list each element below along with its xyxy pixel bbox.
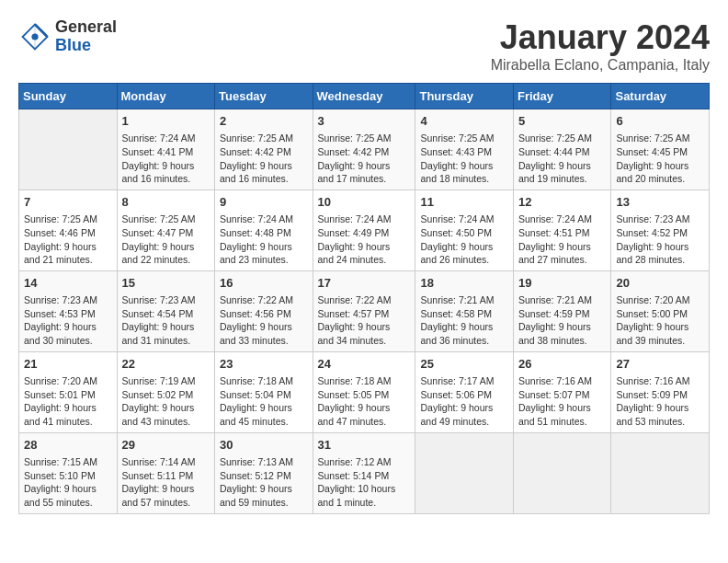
day-number: 29 bbox=[122, 437, 210, 454]
calendar-cell: 15Sunrise: 7:23 AM Sunset: 4:54 PM Dayli… bbox=[117, 270, 215, 351]
calendar-row: 28Sunrise: 7:15 AM Sunset: 5:10 PM Dayli… bbox=[19, 432, 710, 513]
day-number: 3 bbox=[318, 113, 411, 130]
header-tuesday: Tuesday bbox=[215, 84, 313, 109]
header-wednesday: Wednesday bbox=[313, 84, 415, 109]
day-number: 18 bbox=[420, 275, 508, 292]
calendar-cell bbox=[611, 432, 710, 513]
day-info: Sunrise: 7:25 AM Sunset: 4:43 PM Dayligh… bbox=[420, 132, 508, 186]
calendar-cell: 19Sunrise: 7:21 AM Sunset: 4:59 PM Dayli… bbox=[513, 270, 611, 351]
day-number: 31 bbox=[318, 437, 411, 454]
day-number: 8 bbox=[122, 194, 210, 211]
day-number: 30 bbox=[220, 437, 308, 454]
logo-text: General Blue bbox=[55, 18, 117, 55]
calendar-cell: 11Sunrise: 7:24 AM Sunset: 4:50 PM Dayli… bbox=[415, 190, 514, 270]
day-number: 20 bbox=[616, 275, 704, 292]
day-number: 15 bbox=[122, 275, 210, 292]
day-info: Sunrise: 7:25 AM Sunset: 4:42 PM Dayligh… bbox=[318, 132, 411, 186]
calendar-cell: 2Sunrise: 7:25 AM Sunset: 4:42 PM Daylig… bbox=[215, 109, 313, 190]
header-monday: Monday bbox=[117, 84, 215, 109]
day-number: 24 bbox=[318, 356, 411, 373]
day-info: Sunrise: 7:18 AM Sunset: 5:04 PM Dayligh… bbox=[220, 374, 308, 429]
calendar-cell: 18Sunrise: 7:21 AM Sunset: 4:58 PM Dayli… bbox=[415, 270, 514, 351]
day-info: Sunrise: 7:21 AM Sunset: 4:59 PM Dayligh… bbox=[518, 293, 607, 348]
day-info: Sunrise: 7:24 AM Sunset: 4:51 PM Dayligh… bbox=[518, 213, 607, 267]
day-info: Sunrise: 7:23 AM Sunset: 4:53 PM Dayligh… bbox=[24, 293, 112, 348]
day-number: 9 bbox=[220, 194, 308, 211]
header-saturday: Saturday bbox=[611, 84, 710, 109]
calendar-cell: 8Sunrise: 7:25 AM Sunset: 4:47 PM Daylig… bbox=[117, 190, 215, 270]
day-info: Sunrise: 7:19 AM Sunset: 5:02 PM Dayligh… bbox=[122, 374, 210, 429]
calendar-cell: 16Sunrise: 7:22 AM Sunset: 4:56 PM Dayli… bbox=[215, 270, 313, 351]
day-info: Sunrise: 7:22 AM Sunset: 4:56 PM Dayligh… bbox=[220, 293, 308, 348]
logo-icon bbox=[18, 20, 51, 53]
day-info: Sunrise: 7:25 AM Sunset: 4:44 PM Dayligh… bbox=[518, 132, 607, 186]
calendar-cell: 13Sunrise: 7:23 AM Sunset: 4:52 PM Dayli… bbox=[611, 190, 710, 270]
calendar-cell: 26Sunrise: 7:16 AM Sunset: 5:07 PM Dayli… bbox=[513, 351, 611, 432]
svg-point-0 bbox=[31, 33, 38, 40]
header-row: SundayMondayTuesdayWednesdayThursdayFrid… bbox=[19, 84, 710, 109]
day-number: 10 bbox=[318, 194, 411, 211]
calendar-cell: 17Sunrise: 7:22 AM Sunset: 4:57 PM Dayli… bbox=[313, 270, 415, 351]
day-info: Sunrise: 7:24 AM Sunset: 4:49 PM Dayligh… bbox=[318, 213, 411, 267]
day-number: 13 bbox=[616, 194, 704, 211]
calendar-cell: 12Sunrise: 7:24 AM Sunset: 4:51 PM Dayli… bbox=[513, 190, 611, 270]
day-info: Sunrise: 7:22 AM Sunset: 4:57 PM Dayligh… bbox=[318, 293, 411, 348]
day-info: Sunrise: 7:24 AM Sunset: 4:41 PM Dayligh… bbox=[122, 132, 210, 186]
day-number: 21 bbox=[24, 356, 112, 373]
logo-blue: Blue bbox=[55, 37, 117, 55]
day-info: Sunrise: 7:25 AM Sunset: 4:45 PM Dayligh… bbox=[616, 132, 704, 186]
calendar-cell: 4Sunrise: 7:25 AM Sunset: 4:43 PM Daylig… bbox=[415, 109, 514, 190]
month-title: January 2024 bbox=[491, 18, 710, 57]
day-info: Sunrise: 7:20 AM Sunset: 5:01 PM Dayligh… bbox=[24, 374, 112, 429]
day-info: Sunrise: 7:16 AM Sunset: 5:07 PM Dayligh… bbox=[518, 374, 607, 429]
calendar-cell: 22Sunrise: 7:19 AM Sunset: 5:02 PM Dayli… bbox=[117, 351, 215, 432]
calendar-cell: 20Sunrise: 7:20 AM Sunset: 5:00 PM Dayli… bbox=[611, 270, 710, 351]
page-header: General Blue January 2024 Mirabella Ecla… bbox=[18, 18, 710, 74]
day-info: Sunrise: 7:25 AM Sunset: 4:42 PM Dayligh… bbox=[220, 132, 308, 186]
day-number: 22 bbox=[122, 356, 210, 373]
calendar-cell bbox=[513, 432, 611, 513]
calendar-row: 14Sunrise: 7:23 AM Sunset: 4:53 PM Dayli… bbox=[19, 270, 710, 351]
day-info: Sunrise: 7:23 AM Sunset: 4:52 PM Dayligh… bbox=[616, 213, 704, 267]
logo-general: General bbox=[55, 18, 117, 37]
day-number: 5 bbox=[518, 113, 607, 130]
calendar-table: SundayMondayTuesdayWednesdayThursdayFrid… bbox=[18, 83, 710, 514]
day-info: Sunrise: 7:25 AM Sunset: 4:47 PM Dayligh… bbox=[122, 213, 210, 267]
calendar-row: 1Sunrise: 7:24 AM Sunset: 4:41 PM Daylig… bbox=[19, 109, 710, 190]
day-number: 26 bbox=[518, 356, 607, 373]
calendar-cell: 7Sunrise: 7:25 AM Sunset: 4:46 PM Daylig… bbox=[19, 190, 118, 270]
day-number: 19 bbox=[518, 275, 607, 292]
day-number: 12 bbox=[518, 194, 607, 211]
calendar-cell: 10Sunrise: 7:24 AM Sunset: 4:49 PM Dayli… bbox=[313, 190, 415, 270]
calendar-cell: 23Sunrise: 7:18 AM Sunset: 5:04 PM Dayli… bbox=[215, 351, 313, 432]
day-number: 27 bbox=[616, 356, 704, 373]
calendar-row: 21Sunrise: 7:20 AM Sunset: 5:01 PM Dayli… bbox=[19, 351, 710, 432]
day-number: 11 bbox=[420, 194, 508, 211]
calendar-cell: 1Sunrise: 7:24 AM Sunset: 4:41 PM Daylig… bbox=[117, 109, 215, 190]
day-info: Sunrise: 7:17 AM Sunset: 5:06 PM Dayligh… bbox=[420, 374, 508, 429]
day-number: 14 bbox=[24, 275, 112, 292]
calendar-cell: 30Sunrise: 7:13 AM Sunset: 5:12 PM Dayli… bbox=[215, 432, 313, 513]
calendar-cell: 31Sunrise: 7:12 AM Sunset: 5:14 PM Dayli… bbox=[313, 432, 415, 513]
logo: General Blue bbox=[18, 18, 117, 55]
calendar-cell: 24Sunrise: 7:18 AM Sunset: 5:05 PM Dayli… bbox=[313, 351, 415, 432]
calendar-row: 7Sunrise: 7:25 AM Sunset: 4:46 PM Daylig… bbox=[19, 190, 710, 270]
calendar-cell bbox=[415, 432, 514, 513]
day-info: Sunrise: 7:24 AM Sunset: 4:48 PM Dayligh… bbox=[220, 213, 308, 267]
day-info: Sunrise: 7:24 AM Sunset: 4:50 PM Dayligh… bbox=[420, 213, 508, 267]
calendar-cell: 5Sunrise: 7:25 AM Sunset: 4:44 PM Daylig… bbox=[513, 109, 611, 190]
calendar-cell: 27Sunrise: 7:16 AM Sunset: 5:09 PM Dayli… bbox=[611, 351, 710, 432]
day-number: 16 bbox=[220, 275, 308, 292]
calendar-cell: 3Sunrise: 7:25 AM Sunset: 4:42 PM Daylig… bbox=[313, 109, 415, 190]
calendar-cell: 14Sunrise: 7:23 AM Sunset: 4:53 PM Dayli… bbox=[19, 270, 118, 351]
day-info: Sunrise: 7:12 AM Sunset: 5:14 PM Dayligh… bbox=[318, 455, 411, 510]
day-number: 23 bbox=[220, 356, 308, 373]
day-info: Sunrise: 7:13 AM Sunset: 5:12 PM Dayligh… bbox=[220, 455, 308, 510]
day-number: 28 bbox=[24, 437, 112, 454]
day-info: Sunrise: 7:15 AM Sunset: 5:10 PM Dayligh… bbox=[24, 455, 112, 510]
calendar-cell: 21Sunrise: 7:20 AM Sunset: 5:01 PM Dayli… bbox=[19, 351, 118, 432]
day-info: Sunrise: 7:16 AM Sunset: 5:09 PM Dayligh… bbox=[616, 374, 704, 429]
calendar-cell: 9Sunrise: 7:24 AM Sunset: 4:48 PM Daylig… bbox=[215, 190, 313, 270]
day-number: 7 bbox=[24, 194, 112, 211]
calendar-cell: 29Sunrise: 7:14 AM Sunset: 5:11 PM Dayli… bbox=[117, 432, 215, 513]
